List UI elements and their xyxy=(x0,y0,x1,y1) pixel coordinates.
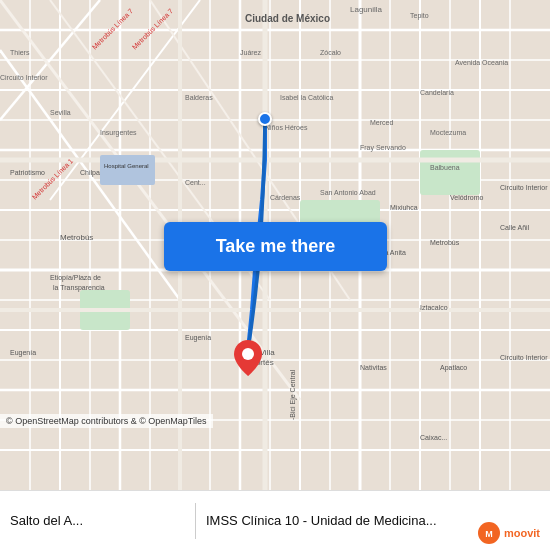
svg-text:Cent...: Cent... xyxy=(185,179,206,186)
svg-text:Iztacalco: Iztacalco xyxy=(420,304,448,311)
svg-text:M: M xyxy=(485,529,493,539)
moovit-logo: M moovit xyxy=(478,522,540,544)
svg-point-94 xyxy=(242,348,254,360)
destination-marker xyxy=(234,340,262,368)
bottom-bar: Salto del A... IMSS Clínica 10 - Unidad … xyxy=(0,490,550,550)
origin-marker xyxy=(258,112,272,126)
moovit-icon: M xyxy=(478,522,500,544)
svg-text:Balbuena: Balbuena xyxy=(430,164,460,171)
svg-text:Velódromo: Velódromo xyxy=(450,194,484,201)
origin-info: Salto del A... xyxy=(10,513,185,528)
svg-text:Merced: Merced xyxy=(370,119,393,126)
svg-text:la Transparencia: la Transparencia xyxy=(53,284,105,292)
svg-text:Ciudad de México: Ciudad de México xyxy=(245,13,330,24)
svg-text:Etiopía/Plaza de: Etiopía/Plaza de xyxy=(50,274,101,282)
svg-text:Patriotismo: Patriotismo xyxy=(10,169,45,176)
svg-text:Zócalo: Zócalo xyxy=(320,49,341,56)
svg-text:Lagunilla: Lagunilla xyxy=(350,5,383,14)
svg-text:Metrobús: Metrobús xyxy=(430,239,460,246)
svg-text:Tepito: Tepito xyxy=(410,12,429,20)
svg-text:Isabel la Católica: Isabel la Católica xyxy=(280,94,333,101)
svg-rect-91 xyxy=(100,155,155,185)
svg-text:Caixac...: Caixac... xyxy=(420,434,447,441)
svg-text:Circuito Interior: Circuito Interior xyxy=(500,184,548,191)
svg-text:Circuito Interior: Circuito Interior xyxy=(500,354,548,361)
svg-text:Moctezuma: Moctezuma xyxy=(430,129,466,136)
svg-text:San Antonio Abad: San Antonio Abad xyxy=(320,189,376,196)
svg-rect-41 xyxy=(420,150,480,195)
svg-text:Mixiuhca: Mixiuhca xyxy=(390,204,418,211)
svg-text:Hospital General: Hospital General xyxy=(104,163,149,169)
svg-text:Metrobús: Metrobús xyxy=(60,233,93,242)
svg-text:Niños Héroes: Niños Héroes xyxy=(265,124,308,131)
svg-text:Nativitas: Nativitas xyxy=(360,364,387,371)
svg-text:Circuito Interior: Circuito Interior xyxy=(0,74,48,81)
origin-name: Salto del A... xyxy=(10,513,83,528)
svg-text:Sevilla: Sevilla xyxy=(50,109,71,116)
svg-text:Calle Añil: Calle Añil xyxy=(500,224,530,231)
svg-text:Apatlaco: Apatlaco xyxy=(440,364,467,372)
take-me-there-button[interactable]: Take me there xyxy=(164,222,387,271)
svg-text:Thiers: Thiers xyxy=(10,49,30,56)
svg-text:Candelaria: Candelaria xyxy=(420,89,454,96)
svg-text:Insurgentes: Insurgentes xyxy=(100,129,137,137)
bottom-separator xyxy=(195,503,196,539)
attribution-bar: © OpenStreetMap contributors & © OpenMap… xyxy=(0,414,213,428)
svg-text:Eugenía: Eugenía xyxy=(185,334,211,342)
svg-text:Avenida Oceania: Avenida Oceania xyxy=(455,59,508,66)
destination-name: IMSS Clínica 10 - Unidad de Medicina... xyxy=(206,513,437,528)
svg-text:Balderas: Balderas xyxy=(185,94,213,101)
map-container[interactable]: Ciudad de México Lagunilla Tepito Thiers… xyxy=(0,0,550,490)
svg-text:Eugenía: Eugenía xyxy=(10,349,36,357)
svg-text:Cárdenas: Cárdenas xyxy=(270,194,301,201)
attribution-text: © OpenStreetMap contributors & © OpenMap… xyxy=(6,416,207,426)
svg-text:-Bici Eje Central: -Bici Eje Central xyxy=(289,369,297,420)
svg-text:Fray Servando: Fray Servando xyxy=(360,144,406,152)
svg-text:Juárez: Juárez xyxy=(240,49,262,56)
moovit-text: moovit xyxy=(504,527,540,539)
